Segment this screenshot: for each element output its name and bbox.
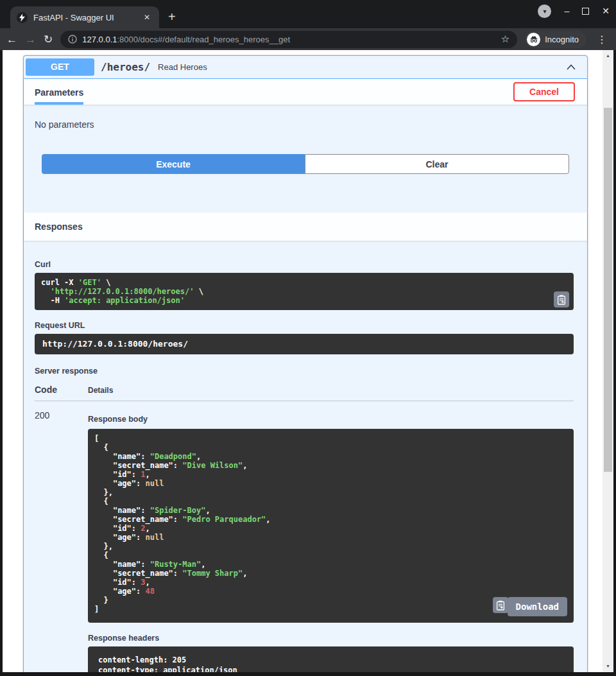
code-column-header: Code xyxy=(35,385,88,395)
curl-code: curl -X 'GET' \ 'http://127.0.0.1:8000/h… xyxy=(35,273,574,310)
fastapi-favicon-icon xyxy=(17,12,28,23)
scroll-down-icon[interactable]: ▼ xyxy=(603,662,613,671)
response-body-code: [ { "name": "Deadpond", "secret_name": "… xyxy=(88,429,574,623)
method-badge: GET xyxy=(26,58,94,76)
request-url-value: http://127.0.0.1:8000/heroes/ xyxy=(35,334,574,354)
request-url-label: Request URL xyxy=(35,321,574,330)
browser-toolbar: ← → ↻ 127.0.0.1:8000/docs#/default/read_… xyxy=(0,28,616,50)
url-host: 127.0.0.1 xyxy=(82,35,117,44)
new-tab-icon[interactable]: + xyxy=(168,10,176,24)
execute-wrapper: Execute Clear xyxy=(24,149,587,191)
responses-table: Code Details 200 Response body [ { "name… xyxy=(35,385,574,672)
endpoint-summary: Read Heroes xyxy=(158,62,207,72)
tab-fastapi-swagger[interactable]: FastAPI - Swagger UI ✕ xyxy=(10,6,159,28)
window-controls: ▾ – ✕ xyxy=(538,0,610,22)
url-path: :8000/docs#/default/read_heroes_heroes__… xyxy=(117,35,290,44)
scrollbar-thumb[interactable] xyxy=(604,108,612,472)
back-icon[interactable]: ← xyxy=(6,34,17,45)
response-details: Response body [ { "name": "Deadpond", "s… xyxy=(88,410,574,672)
incognito-badge: Incognito xyxy=(525,31,586,48)
response-row-200: 200 Response body [ { "name": "Deadpond"… xyxy=(35,401,574,672)
tab-parameters[interactable]: Parameters xyxy=(35,79,83,105)
tab-strip: FastAPI - Swagger UI ✕ + ▾ – ✕ xyxy=(0,0,616,28)
scroll-up-icon[interactable]: ▲ xyxy=(603,51,613,60)
maximize-icon[interactable] xyxy=(582,8,589,15)
browser-window: FastAPI - Swagger UI ✕ + ▾ – ✕ ← → ↻ 127… xyxy=(0,0,616,676)
curl-label: Curl xyxy=(35,260,574,269)
response-headers-code: content-length: 205content-type: applica… xyxy=(88,646,574,672)
bookmark-star-icon[interactable]: ☆ xyxy=(501,33,509,45)
vertical-scrollbar: ▲ ▼ xyxy=(603,50,613,672)
response-headers-label: Response headers xyxy=(88,634,574,643)
details-column-header: Details xyxy=(88,386,113,395)
window-close-icon[interactable]: ✕ xyxy=(602,6,610,15)
no-parameters-text: No parameters xyxy=(24,105,587,149)
parameters-header: Parameters Cancel xyxy=(24,79,587,105)
responses-body: Curl curl -X 'GET' \ 'http://127.0.0.1:8… xyxy=(24,241,587,672)
endpoint-path: /heroes/ xyxy=(101,61,150,73)
page-info-icon[interactable] xyxy=(68,35,77,44)
responses-header: Responses xyxy=(24,212,587,241)
tab-close-icon[interactable]: ✕ xyxy=(141,12,153,23)
forward-icon[interactable]: → xyxy=(25,34,36,45)
execute-button[interactable]: Execute xyxy=(42,154,305,174)
responses-title: Responses xyxy=(35,212,83,241)
browser-menu-icon[interactable]: ⋮ xyxy=(594,33,610,46)
download-button[interactable]: Download xyxy=(508,597,567,616)
opblock-get-heroes: GET /heroes/ Read Heroes Parameters Canc… xyxy=(23,55,588,672)
cancel-button[interactable]: Cancel xyxy=(513,82,575,101)
incognito-label: Incognito xyxy=(545,35,579,44)
tab-title: FastAPI - Swagger UI xyxy=(33,13,135,22)
status-code: 200 xyxy=(35,410,88,672)
opblock-summary[interactable]: GET /heroes/ Read Heroes xyxy=(24,56,587,79)
clear-button[interactable]: Clear xyxy=(305,154,569,174)
incognito-icon xyxy=(527,33,540,46)
swagger-page: GET /heroes/ Read Heroes Parameters Canc… xyxy=(3,50,603,672)
tab-search-icon[interactable]: ▾ xyxy=(538,4,551,18)
copy-response-button[interactable] xyxy=(493,597,508,613)
address-bar[interactable]: 127.0.0.1:8000/docs#/default/read_heroes… xyxy=(60,31,517,48)
responses-table-head: Code Details xyxy=(35,385,574,401)
spacer xyxy=(24,191,587,212)
minimize-icon[interactable]: – xyxy=(564,6,569,15)
copy-curl-button[interactable] xyxy=(554,291,569,308)
collapse-chevron-icon[interactable] xyxy=(565,61,578,74)
url-text[interactable]: 127.0.0.1:8000/docs#/default/read_heroes… xyxy=(82,35,496,44)
response-body-label: Response body xyxy=(88,415,574,424)
server-response-label: Server response xyxy=(35,367,574,376)
page-viewport: GET /heroes/ Read Heroes Parameters Canc… xyxy=(0,50,616,676)
reload-icon[interactable]: ↻ xyxy=(44,34,53,45)
